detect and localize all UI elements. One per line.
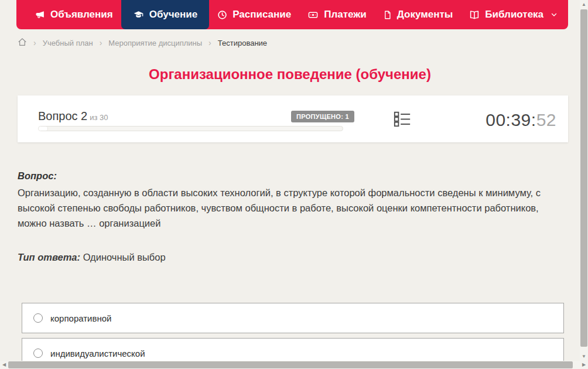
progress-bar (38, 126, 343, 131)
horizontal-scrollbar[interactable]: ◀ ▶ (0, 361, 588, 369)
breadcrumb-item-testing: Тестирование (218, 39, 267, 47)
document-icon (383, 10, 392, 20)
vertical-scroll-thumb[interactable] (580, 9, 587, 347)
breadcrumb-home[interactable] (18, 37, 27, 49)
nav-item-documents[interactable]: Документы (375, 0, 461, 29)
radio-button[interactable] (33, 313, 43, 323)
answer-type-value: Одиночный выбор (83, 252, 166, 262)
megaphone-icon (35, 10, 45, 20)
answer-option-label: индивидуалистической (50, 348, 145, 358)
scroll-up-button[interactable]: ▲ (580, 0, 588, 9)
breadcrumb: › Учебный план › Мероприятие дисциплины … (18, 35, 267, 50)
graduation-cap-icon (133, 10, 144, 20)
nav-item-label: Объявления (50, 9, 113, 20)
timer: 00:39:52 (486, 110, 556, 130)
open-book-icon (469, 10, 480, 20)
nav-item-announcements[interactable]: Объявления (27, 0, 121, 29)
nav-item-label: Обучение (149, 9, 197, 20)
answer-option-label: корпоративной (50, 313, 111, 323)
main-nav: Объявления Обучение Расписание Платежи Д… (16, 0, 568, 29)
horizontal-scroll-thumb[interactable] (8, 361, 573, 368)
skipped-badge: ПРОПУЩЕНО: 1 (291, 111, 354, 122)
nav-item-label: Библиотека (485, 9, 543, 20)
question-number: Вопрос 2из 30 (38, 110, 108, 123)
breadcrumb-separator: › (33, 38, 36, 47)
home-icon (18, 37, 27, 49)
timer-seconds: 52 (536, 110, 556, 129)
question-list-button[interactable] (392, 111, 412, 129)
scroll-left-button[interactable]: ◀ (0, 361, 8, 369)
nav-item-library[interactable]: Библиотека (461, 0, 566, 29)
nav-item-label: Платежи (324, 9, 367, 20)
list-icon (393, 110, 412, 130)
radio-button[interactable] (33, 348, 43, 358)
question-panel: Вопрос 2из 30 ПРОПУЩЕНО: 1 00:39:52 (18, 95, 568, 142)
question-number-label: Вопрос 2 (38, 110, 87, 122)
answer-type-label: Тип ответа: (18, 252, 80, 262)
progress-fill (39, 127, 48, 131)
answer-option[interactable]: корпоративной (22, 303, 564, 333)
question-text: Организацию, созданную в области высоких… (18, 185, 568, 231)
nav-item-schedule[interactable]: Расписание (209, 0, 299, 29)
banknote-icon (307, 10, 319, 20)
nav-item-payments[interactable]: Платежи (299, 0, 375, 29)
breadcrumb-separator: › (100, 38, 102, 47)
vertical-scrollbar[interactable]: ▲ ▼ (580, 0, 588, 361)
nav-item-label: Документы (397, 9, 453, 20)
nav-item-label: Расписание (233, 9, 291, 20)
breadcrumb-item-discipline-event[interactable]: Мероприятие дисциплины (108, 39, 202, 47)
answer-type-row: Тип ответа: Одиночный выбор (18, 252, 166, 263)
chevron-down-icon (551, 11, 558, 18)
nav-item-learning[interactable]: Обучение (121, 0, 209, 29)
breadcrumb-item-curriculum[interactable]: Учебный план (43, 39, 93, 47)
timer-main: 00:39: (486, 110, 536, 129)
scroll-right-button[interactable]: ▶ (580, 361, 588, 369)
page-title: Организационное поведение (обучение) (0, 66, 580, 83)
question-total: из 30 (90, 113, 108, 122)
breadcrumb-separator: › (208, 38, 211, 47)
clock-icon (217, 10, 227, 20)
scroll-down-button[interactable]: ▼ (580, 352, 588, 361)
question-prompt-label: Вопрос: (18, 170, 57, 182)
